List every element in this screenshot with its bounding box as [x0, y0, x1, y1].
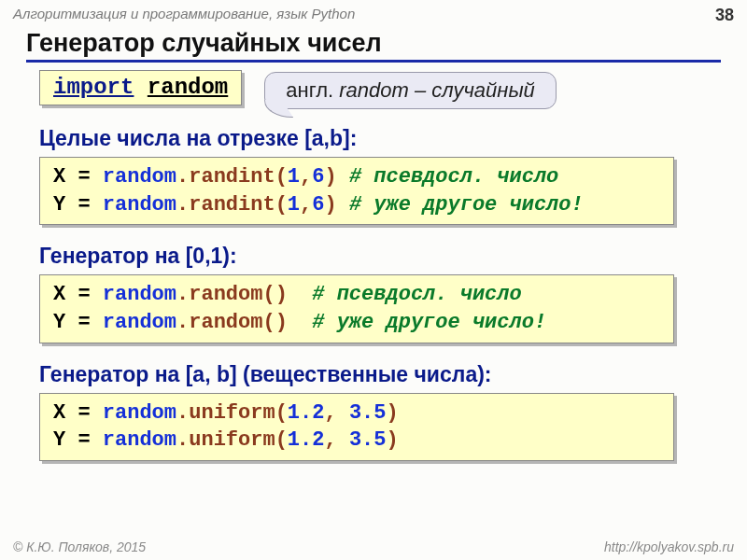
lp: (	[262, 283, 275, 306]
section2-code: X = random.random() # псевдосл. число Y …	[39, 274, 674, 343]
arg-b: 3.5	[349, 428, 387, 452]
translation-bubble: англ. random – случайный	[264, 72, 557, 109]
fn: uniform	[189, 401, 275, 425]
code-line: Y = random.randint(1,6) # уже другое чис…	[53, 191, 660, 219]
var-y: Y	[53, 193, 65, 217]
module-random: random	[148, 75, 228, 100]
fn: uniform	[189, 428, 275, 452]
dot: .	[176, 165, 189, 189]
lp: (	[275, 428, 288, 452]
fn: randint	[189, 165, 275, 189]
footer: © К.Ю. Поляков, 2015 http://kpolyakov.sp…	[0, 539, 747, 554]
var-x: X	[53, 165, 65, 189]
comment: # уже другое число!	[349, 193, 584, 217]
comma: ,	[300, 193, 312, 217]
eq: =	[65, 401, 103, 425]
space	[134, 75, 147, 100]
pad	[288, 311, 312, 334]
code-line: X = random.randint(1,6) # псевдосл. числ…	[53, 163, 660, 191]
dot: .	[176, 283, 189, 306]
eq: =	[65, 428, 103, 452]
eq: =	[65, 283, 103, 306]
fn: random	[189, 283, 262, 306]
footer-url: http://kpolyakov.spb.ru	[604, 539, 734, 554]
comma: ,	[324, 401, 348, 425]
rp: )	[386, 428, 398, 452]
arg-b: 3.5	[349, 401, 387, 425]
dot: .	[176, 193, 189, 217]
header-bar: Алгоритмизация и программирование, язык …	[0, 0, 747, 25]
arg-b: 6	[312, 193, 324, 217]
eq: =	[65, 311, 103, 334]
section1-label: Целые числа на отрезке [a,b]:	[39, 126, 721, 151]
mod: random	[103, 193, 176, 217]
bubble-prefix: англ.	[286, 78, 339, 102]
mod: random	[103, 428, 176, 452]
arg-a: 1	[288, 165, 300, 189]
sp	[337, 193, 349, 217]
var-x: X	[53, 401, 65, 425]
rp: )	[386, 401, 398, 425]
import-code-box: import random	[39, 70, 242, 105]
lp: (	[262, 311, 275, 334]
rp: )	[324, 193, 336, 217]
lp: (	[275, 193, 288, 217]
eq: =	[65, 193, 103, 217]
eq: =	[65, 165, 103, 189]
code-line: X = random.random() # псевдосл. число	[53, 281, 660, 309]
mod: random	[103, 165, 176, 189]
section3-code: X = random.uniform(1.2, 3.5) Y = random.…	[39, 393, 674, 461]
mod: random	[103, 401, 176, 425]
mod: random	[103, 283, 176, 306]
rp: )	[324, 165, 336, 189]
lp: (	[275, 165, 288, 189]
rp: )	[275, 311, 288, 334]
course-title: Алгоритмизация и программирование, язык …	[13, 6, 355, 21]
dot: .	[176, 311, 189, 334]
code-line: X = random.uniform(1.2, 3.5)	[53, 399, 660, 427]
comma: ,	[324, 428, 348, 452]
arg-a: 1.2	[288, 401, 325, 425]
rp: )	[275, 283, 288, 306]
slide-title: Генератор случайных чисел	[26, 29, 721, 63]
comma: ,	[300, 165, 312, 189]
import-row: import random англ. random – случайный	[39, 70, 721, 109]
kw-import: import	[53, 75, 134, 100]
var-x: X	[53, 283, 65, 306]
code-line: Y = random.uniform(1.2, 3.5)	[53, 427, 660, 455]
section2-label: Генератор на [0,1):	[39, 244, 721, 269]
pad	[288, 283, 312, 306]
dot: .	[176, 401, 189, 425]
arg-b: 6	[312, 165, 324, 189]
code-line: Y = random.random() # уже другое число!	[53, 309, 660, 337]
section3-label: Генератор на [a, b] (вещественные числа)…	[39, 362, 721, 387]
comment: # уже другое число!	[312, 311, 546, 334]
arg-a: 1.2	[288, 428, 325, 452]
section1-code: X = random.randint(1,6) # псевдосл. числ…	[39, 157, 674, 225]
slide: Алгоритмизация и программирование, язык …	[0, 0, 747, 560]
var-y: Y	[53, 311, 65, 334]
bubble-suffix: – случайный	[409, 78, 535, 102]
bubble-word: random	[339, 78, 409, 102]
lp: (	[275, 401, 288, 425]
var-y: Y	[53, 428, 65, 452]
fn: randint	[189, 193, 275, 217]
comment: # псевдосл. число	[349, 165, 558, 189]
mod: random	[103, 311, 176, 334]
sp	[337, 165, 349, 189]
dot: .	[176, 428, 189, 452]
page-number: 38	[715, 6, 734, 25]
comment: # псевдосл. число	[312, 283, 521, 306]
content: import random англ. random – случайный Ц…	[0, 63, 747, 461]
copyright: © К.Ю. Поляков, 2015	[13, 539, 146, 554]
arg-a: 1	[288, 193, 300, 217]
fn: random	[189, 311, 262, 334]
